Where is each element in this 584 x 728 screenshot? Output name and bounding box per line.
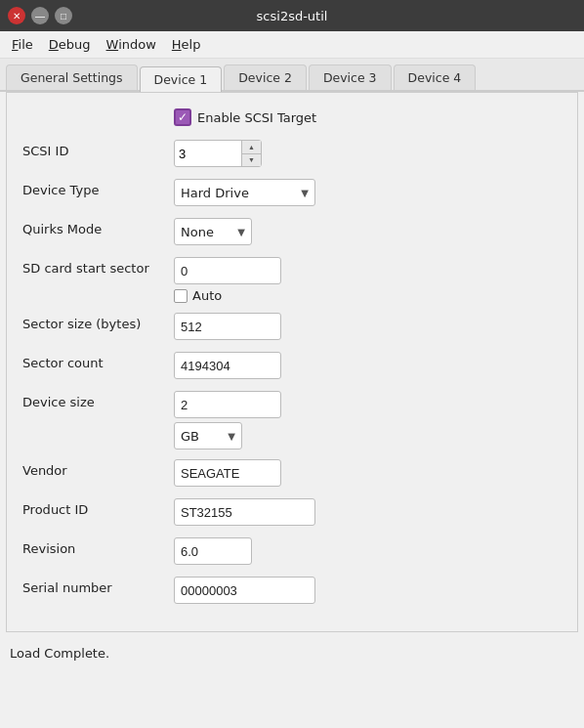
quirks-mode-control: None ▼ <box>174 218 562 245</box>
revision-control <box>174 537 562 565</box>
vendor-input[interactable] <box>174 459 281 487</box>
sector-size-input[interactable] <box>174 313 281 340</box>
close-button[interactable]: ✕ <box>8 7 25 24</box>
sector-count-input[interactable] <box>174 352 281 379</box>
device-size-unit-dropdown[interactable]: GB ▼ <box>174 422 242 450</box>
sd-card-start-sector-input[interactable] <box>174 257 281 284</box>
device-type-control: Hard Drive ▼ <box>174 179 562 206</box>
product-id-input[interactable] <box>174 498 315 526</box>
vendor-control <box>174 459 562 487</box>
vendor-row: Vendor <box>22 459 562 489</box>
auto-checkbox[interactable] <box>174 289 188 303</box>
device-type-row: Device Type Hard Drive ▼ <box>22 179 562 208</box>
maximize-button[interactable]: □ <box>55 7 72 24</box>
revision-label: Revision <box>22 537 174 556</box>
quirks-mode-value: None <box>181 225 233 239</box>
chevron-down-icon: ▼ <box>228 431 235 442</box>
sd-card-start-sector-label: SD card start sector <box>22 257 174 276</box>
sector-count-label: Sector count <box>22 352 174 370</box>
revision-input[interactable] <box>174 537 252 565</box>
enable-scsi-target-checkbox[interactable]: ✓ <box>174 108 191 126</box>
sector-size-row: Sector size (bytes) <box>22 313 562 342</box>
tab-device-2[interactable]: Device 2 <box>224 64 307 90</box>
window-title: scsi2sd-util <box>257 9 328 23</box>
enable-scsi-target-label: Enable SCSI Target <box>197 110 316 125</box>
enable-scsi-target-row: ✓ Enable SCSI Target <box>174 108 562 126</box>
device-size-input[interactable] <box>174 391 281 418</box>
scsi-id-control: ▲ ▼ <box>174 140 562 167</box>
sector-count-row: Sector count <box>22 352 562 381</box>
device-type-value: Hard Drive <box>181 186 297 200</box>
device-type-label: Device Type <box>22 179 174 197</box>
chevron-down-icon: ▼ <box>301 188 309 198</box>
scsi-id-spinbox[interactable]: ▲ ▼ <box>174 140 262 167</box>
status-text: Load Complete. <box>10 646 109 661</box>
serial-number-control <box>174 577 562 604</box>
quirks-mode-dropdown[interactable]: None ▼ <box>174 218 252 245</box>
scsi-id-input[interactable] <box>175 141 241 166</box>
serial-number-row: Serial number <box>22 577 562 606</box>
auto-row: Auto <box>174 288 562 303</box>
revision-row: Revision <box>22 537 562 567</box>
minimize-button[interactable]: — <box>31 7 49 24</box>
tab-general-settings[interactable]: General Settings <box>6 64 138 90</box>
device-size-control: GB ▼ <box>174 391 562 450</box>
device-size-label: Device size <box>22 391 174 409</box>
sector-size-label: Sector size (bytes) <box>22 313 174 331</box>
serial-number-label: Serial number <box>22 577 174 595</box>
product-id-control <box>174 498 562 526</box>
tab-device-4[interactable]: Device 4 <box>394 64 477 90</box>
tabs-bar: General Settings Device 1 Device 2 Devic… <box>0 59 584 92</box>
vendor-label: Vendor <box>22 459 174 478</box>
auto-label: Auto <box>192 288 222 303</box>
sd-card-start-sector-control: Auto <box>174 257 562 303</box>
tab-device-1[interactable]: Device 1 <box>140 66 223 92</box>
serial-number-input[interactable] <box>174 577 315 604</box>
tab-device-3[interactable]: Device 3 <box>309 64 392 90</box>
sd-card-start-sector-row: SD card start sector Auto <box>22 257 562 303</box>
menu-window[interactable]: Window <box>99 35 164 54</box>
device-size-unit-value: GB <box>181 429 224 444</box>
menu-help[interactable]: Help <box>164 35 209 54</box>
scsi-id-arrows: ▲ ▼ <box>241 141 261 166</box>
scsi-id-down[interactable]: ▼ <box>242 154 261 167</box>
scsi-id-up[interactable]: ▲ <box>242 141 261 154</box>
device-type-dropdown[interactable]: Hard Drive ▼ <box>174 179 315 206</box>
checkmark-icon: ✓ <box>178 111 188 123</box>
status-bar: Load Complete. <box>0 638 584 668</box>
quirks-mode-row: Quirks Mode None ▼ <box>22 218 562 247</box>
menu-bar: File Debug Window Help <box>0 31 584 59</box>
menu-debug[interactable]: Debug <box>41 35 99 54</box>
main-panel: ✓ Enable SCSI Target SCSI ID ▲ ▼ Device … <box>6 92 578 632</box>
quirks-mode-label: Quirks Mode <box>22 218 174 236</box>
window-controls[interactable]: ✕ — □ <box>8 7 72 24</box>
sector-size-control <box>174 313 562 340</box>
menu-file[interactable]: File <box>4 35 41 54</box>
scsi-id-label: SCSI ID <box>22 140 174 158</box>
device-size-row: Device size GB ▼ <box>22 391 562 450</box>
unit-row: GB ▼ <box>174 422 562 450</box>
product-id-row: Product ID <box>22 498 562 528</box>
product-id-label: Product ID <box>22 498 174 517</box>
chevron-down-icon: ▼ <box>237 227 245 237</box>
title-bar: ✕ — □ scsi2sd-util <box>0 0 584 31</box>
sector-count-control <box>174 352 562 379</box>
scsi-id-row: SCSI ID ▲ ▼ <box>22 140 562 169</box>
